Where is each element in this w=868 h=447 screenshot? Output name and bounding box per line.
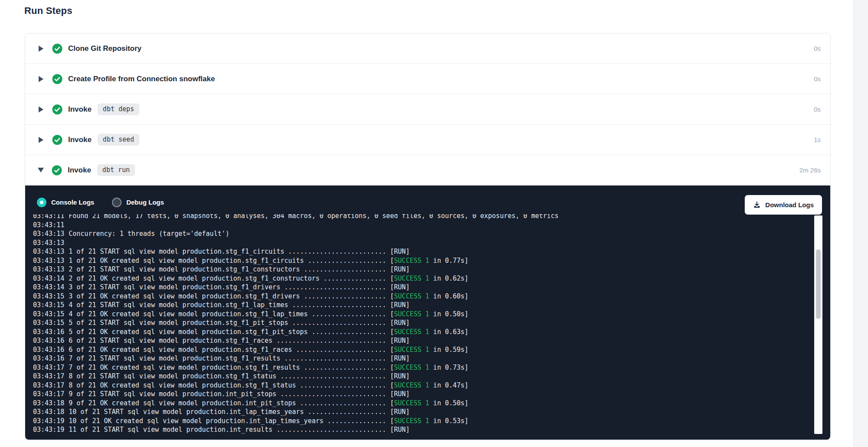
expand-chevron-icon[interactable] — [38, 168, 44, 172]
log-timestamp: 03:43:11 — [33, 214, 64, 221]
step-duration: 0s — [814, 75, 821, 83]
step-row[interactable]: Invoke dbt run 2m 26s — [25, 155, 830, 185]
download-icon — [753, 201, 761, 209]
log-text: 7 of 21 OK created sql view model produc… — [69, 364, 468, 371]
log-text: 2 of 21 START sql view model production.… — [69, 265, 410, 273]
success-check-icon — [52, 135, 62, 145]
step-duration: 0s — [814, 106, 821, 113]
log-text: 1 of 21 START sql view model production.… — [69, 248, 410, 255]
expand-chevron-icon[interactable] — [39, 137, 43, 143]
step-command-badge: dbt seed — [98, 134, 139, 146]
log-text: 10 of 21 START sql view model production… — [69, 408, 410, 416]
page-title: Run Steps — [24, 5, 72, 17]
step-label: Invoke — [68, 105, 92, 114]
log-text: Found 21 models, 17 tests, 0 snapshots, … — [69, 214, 559, 220]
log-line: 03:43:154 of 21 START sql view model pro… — [33, 301, 810, 310]
log-line: 03:43:143 of 21 START sql view model pro… — [33, 283, 810, 292]
log-line: 03:43:154 of 21 OK created sql view mode… — [33, 310, 810, 319]
log-line: 03:43:1911 of 21 START sql view model pr… — [33, 425, 810, 434]
log-timestamp: 03:43:18 — [33, 399, 64, 408]
log-timestamp: 03:43:13 — [33, 247, 64, 256]
log-line: 03:43:155 of 21 START sql view model pro… — [33, 318, 810, 328]
log-timestamp: 03:43:13 — [33, 229, 64, 238]
download-logs-button[interactable]: Download Logs — [745, 195, 822, 215]
scrollbar-track[interactable] — [814, 215, 822, 434]
step-label: Create Profile from Connection snowflake — [68, 75, 215, 83]
step-label: Invoke — [68, 136, 92, 144]
page-gutter — [853, 0, 868, 447]
success-check-icon — [52, 43, 62, 54]
log-text: 4 of 21 START sql view model production.… — [69, 301, 410, 309]
radio-console-logs[interactable]: Console Logs — [37, 198, 94, 207]
log-text: 9 of 21 OK created sql view model produc… — [69, 399, 468, 407]
log-text: 7 of 21 START sql view model production.… — [69, 354, 410, 362]
log-text: 6 of 21 OK created sql view model produc… — [69, 346, 468, 354]
run-steps-card: Clone Git Repository 0s Create Profile f… — [25, 33, 831, 440]
log-timestamp: 03:43:16 — [33, 345, 64, 354]
log-lines: 03:43:11Found 21 models, 17 tests, 0 sna… — [33, 214, 810, 434]
download-logs-label: Download Logs — [765, 201, 814, 209]
log-line: 03:43:177 of 21 OK created sql view mode… — [33, 363, 810, 372]
log-timestamp: 03:43:13 — [33, 265, 64, 274]
log-text: 11 of 21 START sql view model production… — [69, 426, 410, 434]
log-timestamp: 03:43:19 — [33, 425, 64, 434]
log-line: 03:43:13 — [33, 238, 810, 248]
scrollbar-thumb[interactable] — [816, 249, 821, 319]
log-text: 2 of 21 OK created sql view model produc… — [69, 275, 468, 282]
log-line: 03:43:178 of 21 OK created sql view mode… — [33, 381, 810, 390]
radio-selected-icon[interactable] — [37, 198, 46, 207]
step-label: Clone Git Repository — [68, 44, 141, 53]
log-timestamp: 03:43:14 — [33, 283, 64, 292]
log-viewport[interactable]: 03:43:11Found 21 models, 17 tests, 0 sna… — [33, 214, 810, 438]
expand-chevron-icon[interactable] — [39, 106, 43, 113]
success-check-icon — [52, 104, 62, 115]
log-timestamp: 03:43:17 — [33, 381, 64, 390]
log-text: 3 of 21 OK created sql view model produc… — [69, 292, 468, 300]
log-text: 9 of 21 START sql view model production.… — [69, 390, 410, 398]
step-row[interactable]: Create Profile from Connection snowflake… — [25, 64, 830, 94]
log-text: 6 of 21 START sql view model production.… — [69, 337, 410, 344]
radio-unselected-icon[interactable] — [112, 198, 122, 207]
success-check-icon — [52, 74, 62, 84]
log-line: 03:43:142 of 21 OK created sql view mode… — [33, 274, 810, 283]
log-line: 03:43:132 of 21 START sql view model pro… — [33, 265, 810, 274]
log-text: 5 of 21 OK created sql view model produc… — [69, 328, 468, 336]
log-text: 3 of 21 START sql view model production.… — [69, 283, 410, 291]
log-line: 03:43:11Found 21 models, 17 tests, 0 sna… — [33, 214, 810, 221]
log-line: 03:43:189 of 21 OK created sql view mode… — [33, 399, 810, 408]
step-duration: 2m 26s — [799, 166, 821, 174]
log-timestamp: 03:43:13 — [33, 238, 64, 248]
console-panel: Console Logs Debug Logs Download Logs 03… — [25, 185, 830, 440]
log-text: Concurrency: 1 threads (target='default'… — [69, 230, 229, 238]
log-timestamp: 03:43:16 — [33, 328, 64, 337]
step-row[interactable]: Clone Git Repository 0s — [25, 33, 830, 64]
log-line: 03:43:153 of 21 OK created sql view mode… — [33, 292, 810, 301]
log-timestamp: 03:43:11 — [33, 221, 64, 230]
log-text: 4 of 21 OK created sql view model produc… — [69, 310, 468, 318]
step-row[interactable]: Invoke dbt seed 1s — [25, 125, 830, 155]
log-text: 8 of 21 OK created sql view model produc… — [69, 381, 468, 389]
log-line: 03:43:166 of 21 OK created sql view mode… — [33, 345, 810, 354]
log-line: 03:43:1810 of 21 START sql view model pr… — [33, 407, 810, 417]
log-timestamp: 03:43:15 — [33, 318, 64, 328]
log-text: 5 of 21 START sql view model production.… — [69, 319, 410, 327]
step-label: Invoke — [68, 166, 91, 175]
log-text: 10 of 21 OK created sql view model produ… — [69, 417, 468, 425]
log-timestamp: 03:43:14 — [33, 274, 64, 283]
log-line: 03:43:165 of 21 OK created sql view mode… — [33, 328, 810, 337]
expand-chevron-icon[interactable] — [39, 76, 43, 82]
step-duration: 0s — [814, 45, 821, 52]
step-duration: 1s — [814, 136, 821, 143]
step-row[interactable]: Invoke dbt deps 0s — [25, 94, 830, 125]
log-timestamp: 03:43:17 — [33, 390, 64, 399]
log-timestamp: 03:43:15 — [33, 292, 64, 301]
log-timestamp: 03:43:16 — [33, 354, 64, 363]
log-line: 03:43:131 of 21 OK created sql view mode… — [33, 256, 810, 265]
log-line: 03:43:167 of 21 START sql view model pro… — [33, 354, 810, 363]
expand-chevron-icon[interactable] — [39, 46, 43, 52]
radio-debug-logs[interactable]: Debug Logs — [112, 198, 164, 207]
log-timestamp: 03:43:16 — [33, 336, 64, 345]
log-line: 03:43:131 of 21 START sql view model pro… — [33, 247, 810, 256]
log-timestamp: 03:43:17 — [33, 363, 64, 372]
log-timestamp: 03:43:17 — [33, 372, 64, 381]
